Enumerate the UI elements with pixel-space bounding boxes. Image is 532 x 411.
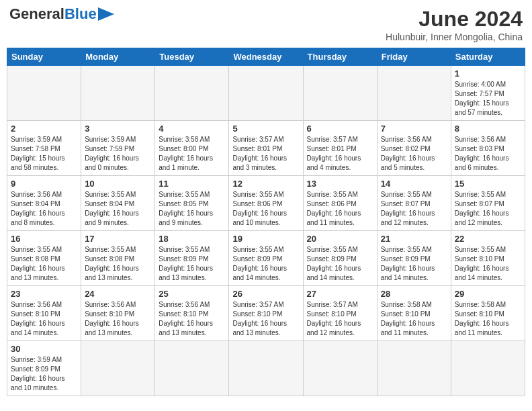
- calendar-cell: 10Sunrise: 3:55 AM Sunset: 8:04 PM Dayli…: [81, 176, 155, 231]
- day-info: Sunrise: 3:55 AM Sunset: 8:09 PM Dayligh…: [232, 245, 299, 283]
- calendar-cell: [229, 341, 303, 396]
- day-info: Sunrise: 4:00 AM Sunset: 7:57 PM Dayligh…: [455, 80, 521, 118]
- day-info: Sunrise: 3:55 AM Sunset: 8:07 PM Dayligh…: [455, 190, 521, 228]
- calendar-cell: 20Sunrise: 3:55 AM Sunset: 8:09 PM Dayli…: [303, 231, 377, 286]
- day-info: Sunrise: 3:55 AM Sunset: 8:04 PM Dayligh…: [85, 190, 151, 228]
- weekday-header-saturday: Saturday: [451, 48, 525, 66]
- day-number: 5: [232, 124, 299, 134]
- week-row-4: 16Sunrise: 3:55 AM Sunset: 8:08 PM Dayli…: [7, 231, 525, 286]
- calendar-cell: 28Sunrise: 3:58 AM Sunset: 8:10 PM Dayli…: [377, 286, 451, 341]
- day-number: 10: [85, 179, 151, 189]
- weekday-header-row: SundayMondayTuesdayWednesdayThursdayFrid…: [7, 48, 525, 66]
- day-info: Sunrise: 3:58 AM Sunset: 8:00 PM Dayligh…: [159, 135, 225, 173]
- calendar-cell: 2Sunrise: 3:59 AM Sunset: 7:58 PM Daylig…: [7, 121, 81, 176]
- day-number: 8: [455, 124, 521, 134]
- day-number: 16: [11, 234, 77, 244]
- weekday-header-thursday: Thursday: [303, 48, 377, 66]
- day-info: Sunrise: 3:57 AM Sunset: 8:10 PM Dayligh…: [232, 300, 299, 338]
- day-number: 9: [11, 179, 77, 189]
- day-info: Sunrise: 3:55 AM Sunset: 8:06 PM Dayligh…: [307, 190, 373, 228]
- calendar-cell: 14Sunrise: 3:55 AM Sunset: 8:07 PM Dayli…: [377, 176, 451, 231]
- calendar-title: June 2024: [386, 7, 523, 32]
- logo-text: GeneralBlue: [9, 7, 97, 21]
- calendar-cell: [155, 66, 229, 121]
- calendar-cell: 1Sunrise: 4:00 AM Sunset: 7:57 PM Daylig…: [451, 66, 525, 121]
- calendar-cell: 13Sunrise: 3:55 AM Sunset: 8:06 PM Dayli…: [303, 176, 377, 231]
- day-number: 1: [455, 68, 521, 79]
- calendar-cell: [81, 341, 155, 396]
- day-number: 7: [381, 124, 447, 134]
- calendar-cell: 11Sunrise: 3:55 AM Sunset: 8:05 PM Dayli…: [155, 176, 229, 231]
- calendar-cell: [155, 341, 229, 396]
- svg-marker-0: [98, 7, 114, 21]
- calendar-cell: 8Sunrise: 3:56 AM Sunset: 8:03 PM Daylig…: [451, 121, 525, 176]
- calendar-cell: 15Sunrise: 3:55 AM Sunset: 8:07 PM Dayli…: [451, 176, 525, 231]
- title-block: June 2024 Hulunbuir, Inner Mongolia, Chi…: [386, 7, 523, 42]
- day-info: Sunrise: 3:56 AM Sunset: 8:04 PM Dayligh…: [11, 190, 77, 228]
- calendar-cell: [303, 341, 377, 396]
- day-number: 21: [381, 234, 447, 244]
- logo-icon: [98, 7, 114, 21]
- day-info: Sunrise: 3:57 AM Sunset: 8:01 PM Dayligh…: [232, 135, 299, 173]
- header: GeneralBlue June 2024 Hulunbuir, Inner M…: [7, 7, 525, 42]
- week-row-1: 1Sunrise: 4:00 AM Sunset: 7:57 PM Daylig…: [7, 66, 525, 121]
- day-info: Sunrise: 3:56 AM Sunset: 8:10 PM Dayligh…: [85, 300, 151, 338]
- day-info: Sunrise: 3:58 AM Sunset: 8:10 PM Dayligh…: [455, 300, 521, 338]
- calendar-cell: 23Sunrise: 3:56 AM Sunset: 8:10 PM Dayli…: [7, 286, 81, 341]
- day-info: Sunrise: 3:55 AM Sunset: 8:09 PM Dayligh…: [159, 245, 225, 283]
- day-info: Sunrise: 3:57 AM Sunset: 8:01 PM Dayligh…: [307, 135, 373, 173]
- calendar-cell: 19Sunrise: 3:55 AM Sunset: 8:09 PM Dayli…: [229, 231, 303, 286]
- day-number: 28: [381, 289, 447, 299]
- calendar-cell: [377, 66, 451, 121]
- calendar-cell: 17Sunrise: 3:55 AM Sunset: 8:08 PM Dayli…: [81, 231, 155, 286]
- day-info: Sunrise: 3:55 AM Sunset: 8:07 PM Dayligh…: [381, 190, 447, 228]
- day-number: 4: [159, 124, 225, 134]
- calendar-cell: 5Sunrise: 3:57 AM Sunset: 8:01 PM Daylig…: [229, 121, 303, 176]
- calendar-cell: 7Sunrise: 3:56 AM Sunset: 8:02 PM Daylig…: [377, 121, 451, 176]
- calendar-cell: [303, 66, 377, 121]
- day-info: Sunrise: 3:56 AM Sunset: 8:10 PM Dayligh…: [159, 300, 225, 338]
- day-number: 14: [381, 179, 447, 189]
- day-number: 2: [11, 124, 77, 134]
- day-info: Sunrise: 3:58 AM Sunset: 8:10 PM Dayligh…: [381, 300, 447, 338]
- day-number: 27: [307, 289, 373, 299]
- day-number: 19: [232, 234, 299, 244]
- calendar-cell: 27Sunrise: 3:57 AM Sunset: 8:10 PM Dayli…: [303, 286, 377, 341]
- week-row-3: 9Sunrise: 3:56 AM Sunset: 8:04 PM Daylig…: [7, 176, 525, 231]
- week-row-2: 2Sunrise: 3:59 AM Sunset: 7:58 PM Daylig…: [7, 121, 525, 176]
- calendar-cell: [7, 66, 81, 121]
- weekday-header-wednesday: Wednesday: [229, 48, 303, 66]
- day-info: Sunrise: 3:57 AM Sunset: 8:10 PM Dayligh…: [307, 300, 373, 338]
- day-info: Sunrise: 3:55 AM Sunset: 8:09 PM Dayligh…: [381, 245, 447, 283]
- day-number: 13: [307, 179, 373, 189]
- day-info: Sunrise: 3:59 AM Sunset: 7:59 PM Dayligh…: [85, 135, 151, 173]
- calendar-cell: [81, 66, 155, 121]
- calendar-cell: 12Sunrise: 3:55 AM Sunset: 8:06 PM Dayli…: [229, 176, 303, 231]
- calendar-cell: 4Sunrise: 3:58 AM Sunset: 8:00 PM Daylig…: [155, 121, 229, 176]
- day-number: 18: [159, 234, 225, 244]
- day-number: 3: [85, 124, 151, 134]
- day-number: 22: [455, 234, 521, 244]
- day-info: Sunrise: 3:55 AM Sunset: 8:10 PM Dayligh…: [455, 245, 521, 283]
- calendar-cell: 16Sunrise: 3:55 AM Sunset: 8:08 PM Dayli…: [7, 231, 81, 286]
- day-info: Sunrise: 3:55 AM Sunset: 8:08 PM Dayligh…: [85, 245, 151, 283]
- calendar-subtitle: Hulunbuir, Inner Mongolia, China: [386, 32, 523, 42]
- day-info: Sunrise: 3:55 AM Sunset: 8:06 PM Dayligh…: [232, 190, 299, 228]
- calendar-cell: 6Sunrise: 3:57 AM Sunset: 8:01 PM Daylig…: [303, 121, 377, 176]
- calendar-cell: [229, 66, 303, 121]
- day-number: 12: [232, 179, 299, 189]
- weekday-header-friday: Friday: [377, 48, 451, 66]
- weekday-header-monday: Monday: [81, 48, 155, 66]
- day-info: Sunrise: 3:55 AM Sunset: 8:05 PM Dayligh…: [159, 190, 225, 228]
- logo: GeneralBlue: [9, 7, 114, 21]
- day-number: 17: [85, 234, 151, 244]
- calendar-cell: 18Sunrise: 3:55 AM Sunset: 8:09 PM Dayli…: [155, 231, 229, 286]
- weekday-header-tuesday: Tuesday: [155, 48, 229, 66]
- calendar-cell: 26Sunrise: 3:57 AM Sunset: 8:10 PM Dayli…: [229, 286, 303, 341]
- day-info: Sunrise: 3:59 AM Sunset: 7:58 PM Dayligh…: [11, 135, 77, 173]
- day-number: 24: [85, 289, 151, 299]
- day-number: 20: [307, 234, 373, 244]
- day-info: Sunrise: 3:56 AM Sunset: 8:10 PM Dayligh…: [11, 300, 77, 338]
- calendar-cell: 29Sunrise: 3:58 AM Sunset: 8:10 PM Dayli…: [451, 286, 525, 341]
- week-row-5: 23Sunrise: 3:56 AM Sunset: 8:10 PM Dayli…: [7, 286, 525, 341]
